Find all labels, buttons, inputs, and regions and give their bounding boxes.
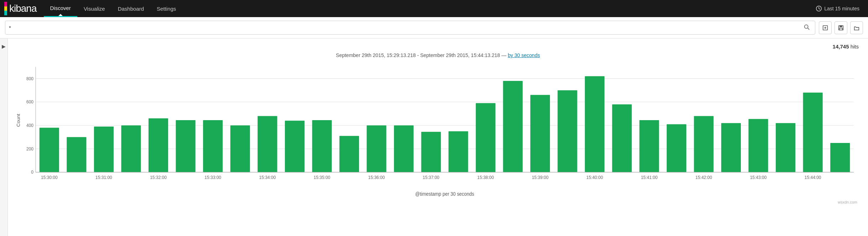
svg-text:@timestamp per 30 seconds: @timestamp per 30 seconds: [415, 191, 474, 196]
svg-rect-29: [285, 121, 305, 172]
chart-area: 14,745 hits September 29th 2015, 15:29:1…: [8, 39, 868, 236]
svg-rect-22: [94, 127, 114, 172]
watermark: wsxdn.com: [15, 199, 861, 206]
svg-rect-44: [694, 116, 713, 172]
nav-item-visualize[interactable]: Visualize: [77, 0, 111, 17]
svg-rect-45: [721, 123, 741, 172]
svg-text:Count: Count: [16, 114, 21, 127]
date-range: September 29th 2015, 15:29:13.218 - Sept…: [15, 52, 861, 58]
new-search-button[interactable]: [819, 21, 832, 34]
svg-text:15:35:00: 15:35:00: [314, 175, 331, 180]
svg-rect-47: [776, 123, 795, 172]
svg-rect-42: [639, 120, 659, 172]
svg-rect-46: [748, 119, 768, 172]
search-input[interactable]: [9, 25, 802, 31]
svg-text:15:31:00: 15:31:00: [95, 175, 112, 180]
svg-text:600: 600: [26, 99, 33, 104]
svg-rect-27: [230, 125, 250, 172]
sidebar-arrow-icon: ▶: [2, 43, 6, 49]
toolbar-buttons: [819, 21, 863, 34]
svg-rect-26: [203, 120, 223, 172]
svg-text:15:41:00: 15:41:00: [641, 175, 658, 180]
svg-text:800: 800: [26, 76, 33, 81]
svg-rect-8: [840, 28, 843, 30]
svg-text:15:40:00: 15:40:00: [586, 175, 603, 180]
kibana-logo-text: kibana: [9, 3, 37, 14]
svg-rect-36: [476, 103, 495, 172]
svg-rect-34: [421, 132, 441, 172]
date-range-text: September 29th 2015, 15:29:13.218 - Sept…: [336, 52, 506, 58]
save-icon: [838, 25, 844, 31]
time-filter[interactable]: Last 15 minutes: [816, 5, 864, 12]
svg-text:15:43:00: 15:43:00: [750, 175, 767, 180]
svg-text:15:34:00: 15:34:00: [259, 175, 276, 180]
svg-text:15:30:00: 15:30:00: [41, 175, 58, 180]
svg-rect-38: [530, 95, 550, 172]
svg-rect-49: [830, 143, 850, 172]
load-icon: [853, 25, 860, 31]
histogram-chart: Count020040060080015:30:0015:31:0015:32:…: [15, 63, 861, 199]
svg-text:15:33:00: 15:33:00: [204, 175, 221, 180]
kibana-logo: kibana: [4, 2, 37, 15]
svg-text:15:38:00: 15:38:00: [477, 175, 494, 180]
svg-rect-48: [803, 93, 823, 172]
clock-icon: [816, 5, 822, 12]
svg-rect-33: [394, 125, 414, 172]
date-range-link[interactable]: by 30 seconds: [508, 52, 540, 58]
load-search-button[interactable]: [850, 21, 863, 34]
svg-text:15:37:00: 15:37:00: [423, 175, 440, 180]
svg-rect-35: [448, 131, 468, 172]
navbar: kibana Discover Visualize Dashboard Sett…: [0, 0, 868, 17]
svg-text:0: 0: [31, 170, 33, 175]
svg-rect-25: [176, 120, 196, 172]
svg-rect-20: [40, 128, 59, 172]
sidebar-toggle[interactable]: ▶: [0, 39, 8, 236]
svg-rect-32: [367, 125, 386, 172]
svg-rect-39: [557, 90, 577, 172]
svg-text:15:32:00: 15:32:00: [150, 175, 167, 180]
histogram-wrapper: Count020040060080015:30:0015:31:0015:32:…: [15, 63, 861, 199]
search-icon: [804, 24, 810, 30]
svg-rect-28: [258, 116, 277, 172]
svg-rect-43: [667, 124, 686, 172]
svg-rect-21: [67, 137, 86, 173]
hits-row: 14,745 hits: [15, 43, 861, 50]
svg-text:15:39:00: 15:39:00: [532, 175, 549, 180]
nav-item-dashboard[interactable]: Dashboard: [111, 0, 150, 17]
new-search-icon: [822, 25, 828, 31]
svg-text:15:36:00: 15:36:00: [368, 175, 385, 180]
svg-line-2: [808, 28, 810, 30]
svg-text:200: 200: [26, 146, 33, 151]
save-search-button[interactable]: [835, 21, 847, 34]
svg-rect-23: [121, 125, 141, 172]
svg-text:15:44:00: 15:44:00: [805, 175, 821, 180]
svg-rect-7: [840, 25, 842, 27]
main-content: ▶ 14,745 hits September 29th 2015, 15:29…: [0, 39, 868, 236]
svg-rect-30: [312, 120, 332, 172]
svg-rect-31: [339, 136, 359, 172]
time-label: Last 15 minutes: [824, 6, 859, 11]
search-button[interactable]: [802, 23, 811, 32]
nav-item-settings[interactable]: Settings: [150, 0, 182, 17]
search-bar-container: [0, 17, 868, 39]
search-input-wrapper: [5, 21, 815, 35]
svg-point-1: [805, 25, 808, 29]
hits-count: 14,745 hits: [833, 43, 859, 50]
svg-text:400: 400: [26, 123, 33, 128]
svg-rect-41: [612, 104, 632, 172]
svg-rect-24: [149, 118, 168, 172]
nav-item-discover[interactable]: Discover: [44, 0, 77, 17]
nav-menu: Discover Visualize Dashboard Settings: [44, 0, 183, 17]
svg-rect-37: [503, 81, 523, 172]
svg-rect-40: [585, 76, 604, 172]
svg-text:15:42:00: 15:42:00: [696, 175, 712, 180]
